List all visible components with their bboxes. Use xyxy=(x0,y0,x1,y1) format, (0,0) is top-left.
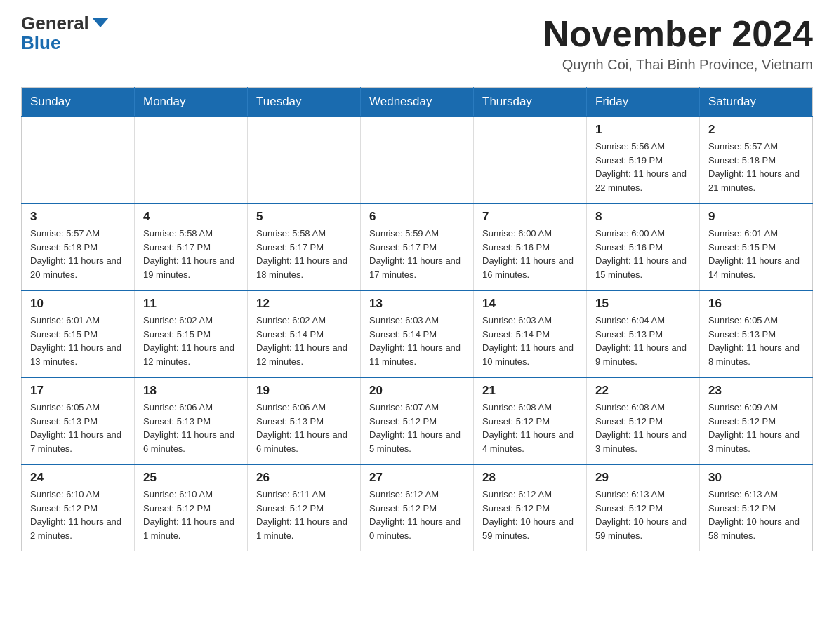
day-info: Sunrise: 6:02 AMSunset: 5:14 PMDaylight:… xyxy=(256,314,352,368)
calendar-day-cell: 19Sunrise: 6:06 AMSunset: 5:13 PMDayligh… xyxy=(248,377,361,464)
day-number: 20 xyxy=(369,384,465,398)
calendar-week-row: 1Sunrise: 5:56 AMSunset: 5:19 PMDaylight… xyxy=(22,116,813,203)
calendar-day-cell xyxy=(361,116,474,203)
day-number: 18 xyxy=(143,384,239,398)
day-info: Sunrise: 6:13 AMSunset: 5:12 PMDaylight:… xyxy=(708,488,804,542)
calendar-day-cell: 24Sunrise: 6:10 AMSunset: 5:12 PMDayligh… xyxy=(22,464,135,551)
calendar-day-cell: 12Sunrise: 6:02 AMSunset: 5:14 PMDayligh… xyxy=(248,290,361,377)
calendar-day-cell: 10Sunrise: 6:01 AMSunset: 5:15 PMDayligh… xyxy=(22,290,135,377)
day-number: 23 xyxy=(708,384,804,398)
weekday-header-monday: Monday xyxy=(135,88,248,117)
calendar-day-cell: 9Sunrise: 6:01 AMSunset: 5:15 PMDaylight… xyxy=(700,203,813,290)
calendar-day-cell: 22Sunrise: 6:08 AMSunset: 5:12 PMDayligh… xyxy=(587,377,700,464)
day-info: Sunrise: 6:06 AMSunset: 5:13 PMDaylight:… xyxy=(143,401,239,455)
day-info: Sunrise: 6:00 AMSunset: 5:16 PMDaylight:… xyxy=(482,227,578,281)
logo-arrow-icon xyxy=(92,18,109,27)
day-number: 13 xyxy=(369,297,465,311)
calendar-table: SundayMondayTuesdayWednesdayThursdayFrid… xyxy=(21,87,813,551)
day-info: Sunrise: 6:05 AMSunset: 5:13 PMDaylight:… xyxy=(708,314,804,368)
calendar-day-cell xyxy=(135,116,248,203)
day-info: Sunrise: 6:00 AMSunset: 5:16 PMDaylight:… xyxy=(595,227,691,281)
day-info: Sunrise: 6:10 AMSunset: 5:12 PMDaylight:… xyxy=(143,488,239,542)
day-info: Sunrise: 6:04 AMSunset: 5:13 PMDaylight:… xyxy=(595,314,691,368)
calendar-day-cell: 5Sunrise: 5:58 AMSunset: 5:17 PMDaylight… xyxy=(248,203,361,290)
calendar-day-cell: 8Sunrise: 6:00 AMSunset: 5:16 PMDaylight… xyxy=(587,203,700,290)
calendar-day-cell: 28Sunrise: 6:12 AMSunset: 5:12 PMDayligh… xyxy=(474,464,587,551)
calendar-week-row: 17Sunrise: 6:05 AMSunset: 5:13 PMDayligh… xyxy=(22,377,813,464)
logo-blue-text: Blue xyxy=(21,32,60,54)
calendar-day-cell: 25Sunrise: 6:10 AMSunset: 5:12 PMDayligh… xyxy=(135,464,248,551)
day-number: 16 xyxy=(708,297,804,311)
day-number: 7 xyxy=(482,210,578,224)
day-info: Sunrise: 6:03 AMSunset: 5:14 PMDaylight:… xyxy=(369,314,465,368)
calendar-day-cell: 20Sunrise: 6:07 AMSunset: 5:12 PMDayligh… xyxy=(361,377,474,464)
day-info: Sunrise: 6:03 AMSunset: 5:14 PMDaylight:… xyxy=(482,314,578,368)
day-number: 29 xyxy=(595,471,691,485)
weekday-header-friday: Friday xyxy=(587,88,700,117)
weekday-header-wednesday: Wednesday xyxy=(361,88,474,117)
day-number: 24 xyxy=(30,471,126,485)
title-section: November 2024 Quynh Coi, Thai Binh Provi… xyxy=(543,14,813,73)
day-number: 8 xyxy=(595,210,691,224)
day-number: 1 xyxy=(595,123,691,137)
day-number: 30 xyxy=(708,471,804,485)
day-info: Sunrise: 6:01 AMSunset: 5:15 PMDaylight:… xyxy=(30,314,126,368)
day-info: Sunrise: 5:57 AMSunset: 5:18 PMDaylight:… xyxy=(30,227,126,281)
day-number: 15 xyxy=(595,297,691,311)
calendar-day-cell: 4Sunrise: 5:58 AMSunset: 5:17 PMDaylight… xyxy=(135,203,248,290)
logo-general-text: General xyxy=(21,14,89,32)
calendar-day-cell: 6Sunrise: 5:59 AMSunset: 5:17 PMDaylight… xyxy=(361,203,474,290)
day-number: 19 xyxy=(256,384,352,398)
day-info: Sunrise: 6:01 AMSunset: 5:15 PMDaylight:… xyxy=(708,227,804,281)
page-header: General Blue November 2024 Quynh Coi, Th… xyxy=(21,14,813,73)
calendar-day-cell: 27Sunrise: 6:12 AMSunset: 5:12 PMDayligh… xyxy=(361,464,474,551)
day-info: Sunrise: 6:13 AMSunset: 5:12 PMDaylight:… xyxy=(595,488,691,542)
calendar-day-cell xyxy=(22,116,135,203)
day-info: Sunrise: 5:59 AMSunset: 5:17 PMDaylight:… xyxy=(369,227,465,281)
calendar-day-cell: 23Sunrise: 6:09 AMSunset: 5:12 PMDayligh… xyxy=(700,377,813,464)
day-number: 28 xyxy=(482,471,578,485)
calendar-day-cell: 18Sunrise: 6:06 AMSunset: 5:13 PMDayligh… xyxy=(135,377,248,464)
logo: General Blue xyxy=(21,14,109,54)
location-subtitle: Quynh Coi, Thai Binh Province, Vietnam xyxy=(543,57,813,73)
day-number: 17 xyxy=(30,384,126,398)
day-number: 2 xyxy=(708,123,804,137)
day-number: 27 xyxy=(369,471,465,485)
calendar-day-cell: 16Sunrise: 6:05 AMSunset: 5:13 PMDayligh… xyxy=(700,290,813,377)
day-number: 11 xyxy=(143,297,239,311)
day-info: Sunrise: 6:08 AMSunset: 5:12 PMDaylight:… xyxy=(482,401,578,455)
calendar-week-row: 3Sunrise: 5:57 AMSunset: 5:18 PMDaylight… xyxy=(22,203,813,290)
weekday-header-saturday: Saturday xyxy=(700,88,813,117)
day-info: Sunrise: 5:58 AMSunset: 5:17 PMDaylight:… xyxy=(256,227,352,281)
calendar-day-cell: 13Sunrise: 6:03 AMSunset: 5:14 PMDayligh… xyxy=(361,290,474,377)
day-info: Sunrise: 6:08 AMSunset: 5:12 PMDaylight:… xyxy=(595,401,691,455)
day-number: 14 xyxy=(482,297,578,311)
day-info: Sunrise: 6:12 AMSunset: 5:12 PMDaylight:… xyxy=(369,488,465,542)
calendar-day-cell: 26Sunrise: 6:11 AMSunset: 5:12 PMDayligh… xyxy=(248,464,361,551)
weekday-header-thursday: Thursday xyxy=(474,88,587,117)
day-info: Sunrise: 6:07 AMSunset: 5:12 PMDaylight:… xyxy=(369,401,465,455)
day-number: 21 xyxy=(482,384,578,398)
calendar-day-cell xyxy=(248,116,361,203)
day-info: Sunrise: 6:06 AMSunset: 5:13 PMDaylight:… xyxy=(256,401,352,455)
day-number: 26 xyxy=(256,471,352,485)
day-number: 9 xyxy=(708,210,804,224)
day-info: Sunrise: 6:02 AMSunset: 5:15 PMDaylight:… xyxy=(143,314,239,368)
logo-text: General xyxy=(21,14,109,32)
calendar-day-cell: 29Sunrise: 6:13 AMSunset: 5:12 PMDayligh… xyxy=(587,464,700,551)
calendar-day-cell: 30Sunrise: 6:13 AMSunset: 5:12 PMDayligh… xyxy=(700,464,813,551)
calendar-day-cell: 3Sunrise: 5:57 AMSunset: 5:18 PMDaylight… xyxy=(22,203,135,290)
calendar-week-row: 24Sunrise: 6:10 AMSunset: 5:12 PMDayligh… xyxy=(22,464,813,551)
day-number: 3 xyxy=(30,210,126,224)
calendar-day-cell: 11Sunrise: 6:02 AMSunset: 5:15 PMDayligh… xyxy=(135,290,248,377)
calendar-day-cell: 1Sunrise: 5:56 AMSunset: 5:19 PMDaylight… xyxy=(587,116,700,203)
day-info: Sunrise: 6:10 AMSunset: 5:12 PMDaylight:… xyxy=(30,488,126,542)
day-number: 10 xyxy=(30,297,126,311)
weekday-header-sunday: Sunday xyxy=(22,88,135,117)
calendar-day-cell: 17Sunrise: 6:05 AMSunset: 5:13 PMDayligh… xyxy=(22,377,135,464)
day-info: Sunrise: 6:11 AMSunset: 5:12 PMDaylight:… xyxy=(256,488,352,542)
weekday-header-row: SundayMondayTuesdayWednesdayThursdayFrid… xyxy=(22,88,813,117)
day-number: 4 xyxy=(143,210,239,224)
calendar-day-cell: 14Sunrise: 6:03 AMSunset: 5:14 PMDayligh… xyxy=(474,290,587,377)
calendar-week-row: 10Sunrise: 6:01 AMSunset: 5:15 PMDayligh… xyxy=(22,290,813,377)
